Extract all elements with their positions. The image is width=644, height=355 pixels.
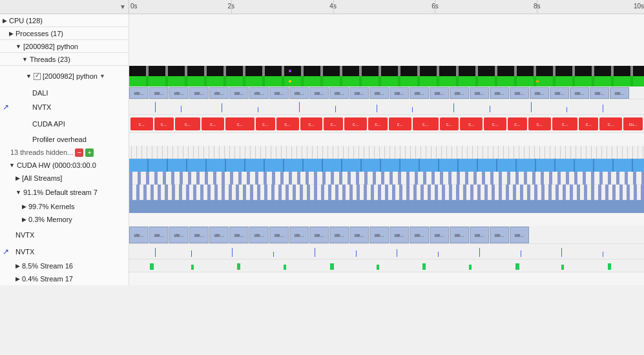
- track-hidden-threads: [129, 146, 644, 159]
- label-default-stream[interactable]: ▼ 91.1% Default stream 7: [0, 185, 129, 200]
- expand-default-stream[interactable]: ▼: [16, 189, 21, 196]
- expand-nvtx-icon[interactable]: ↗: [3, 103, 9, 112]
- label-nvtx: NVTX ↗: [0, 99, 129, 115]
- expand-memory[interactable]: ▶: [22, 216, 26, 223]
- label-text-stream16: 8.5% Stream 16: [22, 262, 73, 270]
- track-all-streams: [129, 172, 644, 185]
- label-text-threads: Threads (23): [30, 56, 70, 63]
- track-cuda-api: c... c... c... c... c... c... c... c... …: [129, 115, 644, 133]
- row-nvtx: NVTX ↗: [0, 99, 644, 115]
- plus-button[interactable]: +: [85, 148, 94, 157]
- expand-thread-detail[interactable]: ▼: [26, 73, 32, 79]
- minus-button[interactable]: −: [75, 148, 83, 157]
- purple-marker: [289, 70, 291, 72]
- track-threads: [129, 53, 644, 66]
- expand-all-streams[interactable]: ▶: [16, 175, 20, 181]
- label-stream16[interactable]: ▶ 8.5% Stream 16: [0, 259, 129, 272]
- label-profiler: Profiler overhead: [0, 133, 129, 146]
- orange-marker: [536, 80, 539, 83]
- label-text-thread-detail: [2000982] python: [43, 72, 98, 80]
- row-hidden-threads: 13 threads hidden... − +: [0, 146, 644, 159]
- label-thread-detail[interactable]: ▼ ✓ [2000982] python ▼: [0, 66, 129, 86]
- row-processes: ▶ Processes (17): [0, 27, 644, 40]
- track-thread-detail: [129, 66, 644, 86]
- checkbox-thread[interactable]: ✓: [34, 73, 41, 80]
- expand-python-main[interactable]: ▼: [16, 43, 21, 50]
- expand-threads[interactable]: ▼: [22, 56, 28, 63]
- header-label-space: ▼: [0, 0, 129, 14]
- label-text-memory: 0.3% Memory: [28, 216, 72, 223]
- label-dali: DALI: [0, 86, 129, 99]
- row-thread-detail: ▼ ✓ [2000982] python ▼: [0, 66, 644, 86]
- track-kernels: [129, 200, 644, 213]
- label-text-nvtx: NVTX: [32, 103, 51, 111]
- label-text-stream17: 0.4% Stream 17: [22, 275, 73, 283]
- label-hidden-threads: 13 threads hidden... − +: [0, 146, 129, 159]
- row-python-main: ▼ [2000982] python: [0, 40, 644, 53]
- label-cuda-hw[interactable]: ▼ CUDA HW (0000:03:00.0: [0, 159, 129, 172]
- track-default-stream: [129, 185, 644, 200]
- expand-cuda-hw[interactable]: ▼: [9, 162, 15, 168]
- label-stream17[interactable]: ▶ 0.4% Stream 17: [0, 272, 129, 285]
- row-nvtx2: NVTX ↗: [0, 244, 644, 259]
- track-processes: [129, 27, 644, 40]
- label-text-profiler: Profiler overhead: [32, 136, 87, 143]
- row-memory: ▶ 0.3% Memory: [0, 213, 644, 226]
- row-cuda-hw: ▼ CUDA HW (0000:03:00.0: [0, 159, 644, 172]
- label-dali-nvtx: NVTX: [0, 226, 129, 244]
- expand-cpu[interactable]: ▶: [3, 17, 7, 24]
- track-profiler: [129, 133, 644, 146]
- tick-0s: 0s: [130, 3, 138, 10]
- expand-processes[interactable]: ▶: [9, 30, 14, 37]
- track-stream17: [129, 272, 644, 285]
- label-cuda-api: CUDA API: [0, 115, 129, 133]
- label-text-cuda-api: CUDA API: [32, 120, 65, 128]
- track-dali: ste... ste... ste... ste... ste... ste..…: [129, 86, 644, 99]
- timeline-header: ▼ 0s 2s 4s 6s 8s 10s: [0, 0, 644, 14]
- track-nvtx2: [129, 244, 644, 259]
- label-text-nvtx2: NVTX: [16, 248, 34, 256]
- row-stream16: ▶ 8.5% Stream 16: [0, 259, 644, 272]
- label-text-cuda-hw: CUDA HW (0000:03:00.0: [17, 161, 96, 169]
- row-dali: DALI ste... ste... ste... ste... ste... …: [0, 86, 644, 99]
- label-processes[interactable]: ▶ Processes (17): [0, 27, 129, 39]
- label-text-kernels: 99.7% Kernels: [28, 203, 75, 210]
- label-text-cpu: CPU (128): [9, 17, 43, 25]
- row-cpu: ▶ CPU (128): [0, 14, 644, 27]
- time-axis: 0s 2s 4s 6s 8s 10s: [129, 0, 644, 14]
- expand-kernels[interactable]: ▶: [22, 203, 26, 210]
- expand-stream16[interactable]: ▶: [16, 263, 20, 269]
- row-stream17: ▶ 0.4% Stream 17: [0, 272, 644, 285]
- track-nvtx: [129, 99, 644, 115]
- label-text-processes: Processes (17): [16, 30, 63, 37]
- all-rows-container: ▶ CPU (128) ▶ Processes (17) ▼ [2000982]…: [0, 14, 644, 355]
- row-default-stream: ▼ 91.1% Default stream 7: [0, 185, 644, 200]
- row-kernels: ▶ 99.7% Kernels: [0, 200, 644, 213]
- body: ▶ CPU (128) ▶ Processes (17) ▼ [2000982]…: [0, 14, 644, 355]
- label-text-python-main: [2000982] python: [23, 43, 78, 50]
- row-profiler: Profiler overhead: [0, 133, 644, 146]
- track-cuda-hw: [129, 159, 644, 172]
- track-memory: [129, 213, 644, 226]
- label-text-dali: DALI: [32, 89, 48, 97]
- label-nvtx2: NVTX ↗: [0, 244, 129, 259]
- row-all-streams: ▶ [All Streams]: [0, 172, 644, 185]
- label-text-all-streams: [All Streams]: [22, 174, 62, 182]
- expand-stream17[interactable]: ▶: [16, 276, 20, 282]
- row-dali-nvtx: NVTX ste... ste... ste... ste... ste... …: [0, 226, 644, 244]
- profiler-window: ▼ 0s 2s 4s 6s 8s 10s ▶ CPU (128): [0, 0, 644, 355]
- yellow-marker: [289, 80, 291, 83]
- label-all-streams[interactable]: ▶ [All Streams]: [0, 172, 129, 185]
- label-threads[interactable]: ▼ Threads (23): [0, 53, 129, 65]
- track-stream16: [129, 259, 644, 272]
- label-kernels[interactable]: ▶ 99.7% Kernels: [0, 200, 129, 213]
- label-python-main[interactable]: ▼ [2000982] python: [0, 40, 129, 52]
- tick-10s: 10s: [634, 3, 644, 10]
- label-text-default-stream: 91.1% Default stream 7: [23, 188, 98, 196]
- expand-nvtx2-icon[interactable]: ↗: [3, 247, 9, 256]
- dropdown-thread[interactable]: ▼: [99, 73, 105, 79]
- track-dali-nvtx: ste... ste... ste... ste... ste... ste..…: [129, 226, 644, 244]
- label-memory[interactable]: ▶ 0.3% Memory: [0, 213, 129, 226]
- row-cuda-api: CUDA API c... c... c... c... c... c... c…: [0, 115, 644, 133]
- label-cpu[interactable]: ▶ CPU (128): [0, 14, 129, 26]
